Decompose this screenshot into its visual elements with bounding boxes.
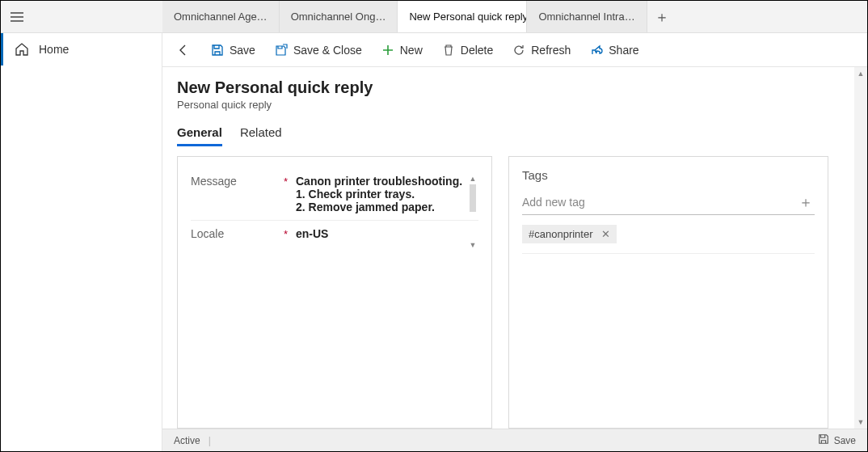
delete-button[interactable]: Delete — [434, 33, 501, 66]
trash-icon — [442, 44, 455, 57]
save-close-icon — [275, 44, 288, 57]
chevron-up-icon[interactable]: ▲ — [854, 67, 867, 80]
required-indicator: * — [284, 175, 288, 188]
status-save-button[interactable]: Save — [818, 433, 856, 447]
plus-icon: ＋ — [655, 7, 669, 27]
save-icon — [818, 433, 829, 447]
locale-field[interactable]: en-US — [296, 227, 478, 240]
home-icon — [15, 42, 29, 57]
general-panel: Message * Canon printer troubleshooting.… — [177, 156, 492, 429]
hamburger-icon — [10, 10, 24, 24]
tab-related[interactable]: Related — [240, 125, 282, 146]
save-button[interactable]: Save — [203, 33, 263, 66]
hamburger-menu[interactable] — [1, 1, 33, 32]
share-icon — [590, 44, 603, 57]
chevron-down-icon[interactable]: ▼ — [854, 416, 867, 429]
tab-omnichannel-ongoing[interactable]: Omnichannel Ong… — [280, 1, 398, 32]
tab-omnichannel-agent[interactable]: Omnichannel Age… — [162, 1, 280, 32]
tags-panel: Tags ＋ #canonprinter ✕ — [508, 156, 828, 429]
tag-chip[interactable]: #canonprinter ✕ — [522, 225, 617, 243]
message-label: Message — [191, 175, 237, 188]
content-scrollbar[interactable]: ▲ ▼ — [854, 67, 867, 429]
arrow-left-icon — [177, 44, 190, 57]
tag-chip-label: #canonprinter — [529, 228, 593, 240]
page-subtitle: Personal quick reply — [177, 99, 840, 111]
plus-icon — [381, 44, 394, 57]
sidebar-item-home[interactable]: Home — [1, 33, 162, 65]
back-button[interactable] — [169, 33, 200, 66]
share-button[interactable]: Share — [582, 33, 647, 66]
chevron-down-icon[interactable]: ▼ — [470, 241, 477, 249]
required-indicator: * — [284, 228, 288, 240]
add-tag-input[interactable] — [522, 196, 797, 209]
sidebar-item-label: Home — [39, 43, 69, 56]
tab-omnichannel-intraday[interactable]: Omnichannel Intra… — [527, 1, 647, 32]
remove-tag-icon[interactable]: ✕ — [601, 228, 610, 240]
tab-new-personal-quick-reply[interactable]: New Personal quick reply ✕ — [398, 1, 527, 32]
tab-general[interactable]: General — [177, 125, 222, 146]
save-icon — [211, 44, 224, 57]
add-tag-button[interactable]: ＋ — [797, 193, 815, 211]
status-state: Active — [174, 435, 200, 446]
new-button[interactable]: New — [373, 33, 431, 66]
new-tab-button[interactable]: ＋ — [647, 1, 676, 32]
page-title: New Personal quick reply — [177, 78, 840, 97]
tags-title: Tags — [522, 168, 815, 182]
tab-strip: Omnichannel Age… Omnichannel Ong… New Pe… — [162, 1, 647, 32]
refresh-icon — [512, 44, 525, 57]
refresh-button[interactable]: Refresh — [504, 33, 579, 66]
message-field[interactable]: Canon printer troubleshooting. 1. Check … — [296, 175, 478, 213]
locale-label: Locale — [191, 227, 224, 240]
chevron-up-icon[interactable]: ▲ — [470, 175, 477, 183]
plus-icon: ＋ — [798, 192, 813, 212]
scrollbar-track[interactable] — [854, 80, 867, 416]
scrollbar-thumb[interactable] — [470, 184, 476, 212]
save-close-button[interactable]: Save & Close — [267, 33, 370, 66]
